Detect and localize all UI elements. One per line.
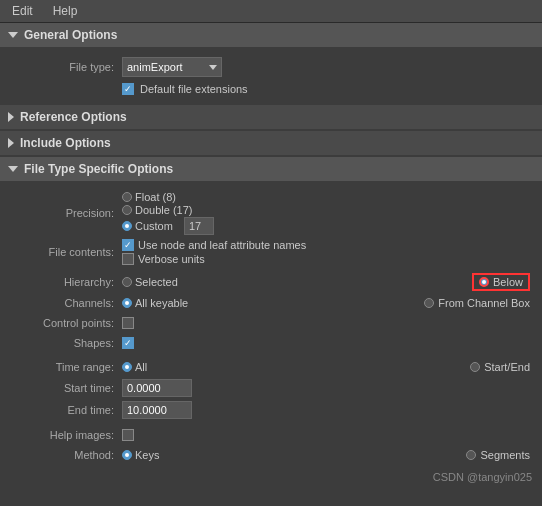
- channels-allkeyable-option[interactable]: All keyable: [122, 297, 188, 309]
- precision-custom-radio[interactable]: [122, 221, 132, 231]
- precision-custom-label: Custom: [135, 220, 173, 232]
- section-reference-arrow: [8, 112, 14, 122]
- start-time-controls: [122, 379, 530, 397]
- hierarchy-below-group: Below: [472, 273, 530, 291]
- precision-custom-input[interactable]: [184, 217, 214, 235]
- hierarchy-selected-option[interactable]: Selected: [122, 276, 178, 288]
- channels-frombox-label: From Channel Box: [438, 297, 530, 309]
- section-general-title: General Options: [24, 28, 117, 42]
- precision-float-option[interactable]: Float (8): [122, 191, 176, 203]
- time-range-all-label: All: [135, 361, 147, 373]
- section-reference-title: Reference Options: [20, 110, 127, 124]
- time-range-controls: All Start/End: [122, 361, 530, 373]
- file-contents-label: File contents:: [12, 246, 122, 258]
- watermark-text: CSDN @tangyin025: [433, 471, 532, 483]
- file-type-label: File type:: [12, 61, 122, 73]
- use-node-row: Use node and leaf attribute names: [122, 239, 306, 251]
- time-range-startend-radio[interactable]: [470, 362, 480, 372]
- end-time-label: End time:: [12, 404, 122, 416]
- method-segments-label: Segments: [480, 449, 530, 461]
- method-row: Method: Keys Segments: [0, 445, 542, 465]
- hierarchy-below-label: Below: [493, 276, 523, 288]
- menu-help[interactable]: Help: [49, 3, 82, 19]
- time-range-startend-label: Start/End: [484, 361, 530, 373]
- hierarchy-label: Hierarchy:: [12, 276, 122, 288]
- control-points-label: Control points:: [12, 317, 122, 329]
- help-images-label: Help images:: [12, 429, 122, 441]
- file-contents-controls: Use node and leaf attribute names Verbos…: [122, 239, 530, 265]
- time-range-label: Time range:: [12, 361, 122, 373]
- section-filetype-arrow: [8, 166, 18, 172]
- section-include-options[interactable]: Include Options: [0, 131, 542, 155]
- end-time-input[interactable]: [122, 401, 192, 419]
- precision-custom-option[interactable]: Custom: [122, 217, 214, 235]
- hierarchy-below-radio[interactable]: [479, 277, 489, 287]
- file-type-row: File type: animExport: [0, 55, 542, 79]
- section-include-arrow: [8, 138, 14, 148]
- channels-allkeyable-radio[interactable]: [122, 298, 132, 308]
- method-segments-radio[interactable]: [466, 450, 476, 460]
- method-keys-label: Keys: [135, 449, 159, 461]
- precision-double-option[interactable]: Double (17): [122, 204, 192, 216]
- channels-controls: All keyable From Channel Box: [122, 297, 530, 309]
- verbose-units-checkbox[interactable]: [122, 253, 134, 265]
- section-filetype-specific[interactable]: File Type Specific Options: [0, 157, 542, 181]
- section-general-arrow: [8, 32, 18, 38]
- watermark-area: CSDN @tangyin025: [0, 471, 542, 487]
- shapes-row: Shapes:: [0, 333, 542, 353]
- start-time-label: Start time:: [12, 382, 122, 394]
- method-segments-group: Segments: [466, 449, 530, 461]
- hierarchy-controls: Selected Below: [122, 273, 530, 291]
- method-controls: Keys Segments: [122, 449, 530, 461]
- file-type-controls: animExport: [122, 57, 530, 77]
- file-type-value: animExport: [127, 61, 183, 73]
- precision-controls: Float (8) Double (17) Custom: [122, 191, 530, 235]
- menu-edit[interactable]: Edit: [8, 3, 37, 19]
- hierarchy-selected-radio[interactable]: [122, 277, 132, 287]
- help-images-checkbox[interactable]: [122, 429, 134, 441]
- method-label: Method:: [12, 449, 122, 461]
- time-range-row: Time range: All Start/End: [0, 357, 542, 377]
- dropdown-arrow-icon: [209, 65, 217, 70]
- end-time-row: End time:: [0, 399, 542, 421]
- method-keys-option[interactable]: Keys: [122, 449, 159, 461]
- time-range-all-radio[interactable]: [122, 362, 132, 372]
- file-contents-row: File contents: Use node and leaf attribu…: [0, 237, 542, 267]
- section-include-title: Include Options: [20, 136, 111, 150]
- shapes-checkbox[interactable]: [122, 337, 134, 349]
- use-node-label: Use node and leaf attribute names: [138, 239, 306, 251]
- method-keys-radio[interactable]: [122, 450, 132, 460]
- precision-float-radio[interactable]: [122, 192, 132, 202]
- time-range-startend-group: Start/End: [470, 361, 530, 373]
- channels-frombox-group: From Channel Box: [424, 297, 530, 309]
- menu-bar: Edit Help: [0, 0, 542, 23]
- shapes-label: Shapes:: [12, 337, 122, 349]
- help-images-controls: [122, 429, 530, 441]
- precision-float-label: Float (8): [135, 191, 176, 203]
- file-type-dropdown[interactable]: animExport: [122, 57, 222, 77]
- hierarchy-below-highlighted[interactable]: Below: [472, 273, 530, 291]
- channels-frombox-radio[interactable]: [424, 298, 434, 308]
- use-node-checkbox[interactable]: [122, 239, 134, 251]
- precision-row: Precision: Float (8) Double (17) Custom: [0, 189, 542, 237]
- default-ext-label: Default file extensions: [140, 83, 248, 95]
- precision-double-radio[interactable]: [122, 205, 132, 215]
- hierarchy-row: Hierarchy: Selected Below: [0, 271, 542, 293]
- end-time-controls: [122, 401, 530, 419]
- control-points-controls: [122, 317, 530, 329]
- shapes-controls: [122, 337, 530, 349]
- channels-row: Channels: All keyable From Channel Box: [0, 293, 542, 313]
- time-range-all-option[interactable]: All: [122, 361, 147, 373]
- start-time-input[interactable]: [122, 379, 192, 397]
- control-points-checkbox[interactable]: [122, 317, 134, 329]
- default-extensions-row: Default file extensions: [0, 79, 542, 99]
- section-reference-options[interactable]: Reference Options: [0, 105, 542, 129]
- hierarchy-selected-label: Selected: [135, 276, 178, 288]
- channels-allkeyable-label: All keyable: [135, 297, 188, 309]
- section-general-options[interactable]: General Options: [0, 23, 542, 47]
- control-points-row: Control points:: [0, 313, 542, 333]
- channels-label: Channels:: [12, 297, 122, 309]
- precision-double-label: Double (17): [135, 204, 192, 216]
- help-images-row: Help images:: [0, 425, 542, 445]
- default-ext-checkbox[interactable]: [122, 83, 134, 95]
